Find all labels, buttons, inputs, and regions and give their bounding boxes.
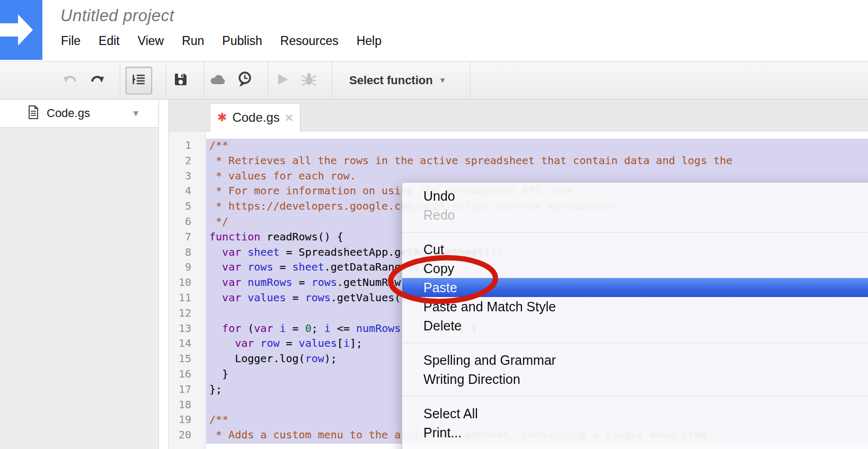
tab-close-icon[interactable]: × — [285, 112, 293, 123]
line-number: 2 — [169, 154, 205, 169]
unsaved-indicator-icon: ✱ — [217, 111, 227, 124]
line-number: 14 — [169, 337, 205, 352]
tab-code-gs[interactable]: ✱ Code.gs × — [210, 103, 300, 131]
context-menu-separator — [402, 396, 868, 397]
cloud-upload-icon — [209, 73, 227, 88]
context-menu-separator — [402, 343, 868, 343]
line-number: 9 — [169, 261, 205, 276]
toolbar-separator — [166, 61, 166, 99]
context-menu-item-writing-direction[interactable]: Writing Direction — [402, 370, 868, 389]
line-number: 15 — [169, 352, 205, 367]
line-number: 19 — [169, 413, 205, 428]
header: Untitled project FileEditViewRunPublishR… — [0, 0, 868, 61]
line-number: 18 — [169, 398, 205, 414]
tab-title: Code.gs — [232, 110, 279, 125]
toolbar-separator — [120, 61, 120, 99]
run-button — [273, 67, 291, 94]
menu-item-run[interactable]: Run — [182, 34, 204, 48]
indent-icon — [131, 73, 146, 88]
line-number: 3 — [169, 169, 205, 185]
context-menu-item-print[interactable]: Print... — [402, 423, 868, 442]
context-menu-item-paste[interactable]: Paste — [402, 278, 868, 297]
line-number-gutter: 1234567891011121314151617181920 — [169, 131, 206, 449]
line-number: 12 — [169, 307, 205, 322]
line-number: 10 — [169, 276, 205, 291]
chevron-down-icon: ▾ — [440, 75, 445, 86]
sidebar-item-code-gs[interactable]: Code.gs ▾ — [0, 100, 158, 128]
file-document-icon — [28, 105, 39, 121]
context-menu: UndoRedoCutCopyPastePaste and Match Styl… — [402, 182, 868, 449]
menu-item-resources[interactable]: Resources — [280, 34, 339, 48]
apps-script-logo — [0, 0, 42, 60]
menu-item-edit[interactable]: Edit — [99, 34, 120, 48]
tab-strip: ✱ Code.gs × — [169, 100, 868, 131]
cloud-upload-button[interactable] — [209, 67, 227, 94]
debug-icon — [301, 71, 317, 89]
files-sidebar: Code.gs ▾ — [0, 100, 159, 449]
line-number: 11 — [169, 291, 205, 307]
save-icon — [173, 72, 188, 89]
select-function-dropdown[interactable]: Select function▾ — [338, 67, 456, 94]
menu-item-view[interactable]: View — [138, 34, 164, 48]
menu-item-publish[interactable]: Publish — [222, 34, 262, 48]
code-line-2[interactable]: * Retrieves all the rows in the active s… — [206, 154, 868, 169]
run-icon — [277, 73, 288, 88]
menubar: FileEditViewRunPublishResourcesHelp — [61, 34, 382, 48]
line-number: 17 — [169, 383, 205, 398]
context-menu-item-copy[interactable]: Copy — [402, 259, 868, 278]
code-line-1[interactable]: /** — [206, 139, 868, 154]
save-button[interactable] — [172, 67, 190, 94]
file-name: Code.gs — [47, 106, 90, 120]
line-number: 7 — [169, 230, 205, 246]
code-area[interactable]: 1234567891011121314151617181920 /** * Re… — [169, 131, 868, 449]
undo-button — [61, 67, 79, 94]
file-menu-caret-icon[interactable]: ▾ — [133, 107, 138, 119]
indent-button[interactable] — [126, 67, 152, 94]
editor-pane: ✱ Code.gs × 1234567891011121314151617181… — [169, 100, 868, 449]
menu-item-help[interactable]: Help — [357, 34, 382, 48]
context-menu-item-spelling-and-grammar[interactable]: Spelling and Grammar — [402, 351, 868, 370]
line-number: 8 — [169, 246, 205, 261]
toolbar: Select function▾ — [0, 61, 868, 100]
line-number: 13 — [169, 322, 205, 337]
line-number: 4 — [169, 184, 205, 200]
toolbar-separator — [470, 61, 471, 99]
toolbar-separator — [203, 61, 204, 99]
debug-button — [300, 67, 318, 94]
line-number: 16 — [169, 367, 205, 383]
redo-icon — [89, 73, 105, 88]
context-menu-item-redo: Redo — [402, 205, 868, 224]
context-menu-item-select-all[interactable]: Select All — [402, 404, 868, 423]
apps-script-editor-window: Untitled project FileEditViewRunPublishR… — [0, 0, 868, 449]
context-menu-item-paste-and-match-style[interactable]: Paste and Match Style — [402, 297, 868, 316]
line-number: 6 — [169, 215, 205, 230]
arrow-right-icon — [0, 0, 42, 60]
menu-item-file[interactable]: File — [61, 34, 81, 48]
context-menu-item-undo[interactable]: Undo — [402, 186, 868, 205]
history-icon — [237, 71, 253, 90]
redo-button[interactable] — [88, 67, 106, 94]
undo-icon — [63, 73, 78, 88]
context-menu-separator — [402, 232, 868, 232]
sidebar-resize-gutter[interactable] — [159, 100, 169, 449]
line-number: 5 — [169, 200, 205, 215]
history-button[interactable] — [236, 67, 254, 94]
project-title[interactable]: Untitled project — [60, 6, 174, 25]
toolbar-separator — [332, 61, 332, 99]
context-menu-item-delete[interactable]: Delete — [402, 316, 868, 335]
context-menu-item-cut[interactable]: Cut — [402, 240, 868, 259]
select-function-label: Select function — [349, 74, 433, 87]
toolbar-separator — [268, 61, 268, 99]
line-number: 20 — [169, 428, 205, 444]
line-number: 1 — [169, 139, 205, 154]
